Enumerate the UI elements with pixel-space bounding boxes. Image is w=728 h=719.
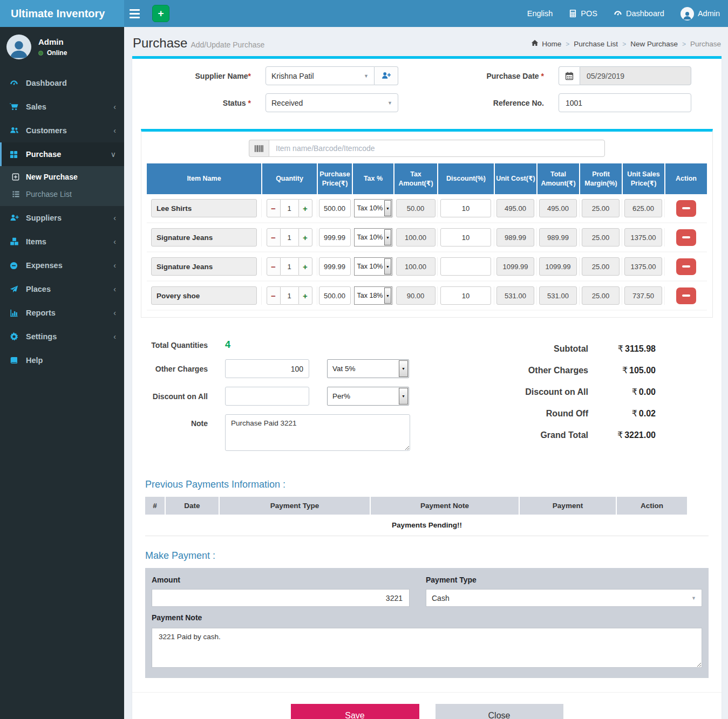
breadcrumb: Home > Purchase List > New Purchase > Pu… [531,39,721,51]
quick-add-button[interactable]: + [152,5,169,22]
sidebar-user-name: Admin [38,37,67,46]
sidebar-item-new-purchase[interactable]: New Purchase [0,168,124,186]
sidebar-item-dashboard[interactable]: Dashboard [0,71,124,95]
sidebar-item-help[interactable]: Help [0,348,124,372]
sidebar-user-status: Online [47,49,67,57]
sidebar-item-sales[interactable]: Sales ‹ [0,95,124,119]
sidebar-item-customers[interactable]: Customers ‹ [0,119,124,142]
other-charges-input[interactable] [225,359,309,378]
qty-increase-button[interactable]: + [298,257,312,276]
grand-total-value: ₹3221.00 [588,430,656,440]
nav-user-label: Admin [698,9,720,18]
tax-select[interactable]: Tax 10%▼ [354,228,392,246]
nav-pos[interactable]: POS [561,0,605,27]
discount-input[interactable] [440,199,491,217]
nav-language[interactable]: English [519,0,561,27]
quantity-stepper: −+ [267,199,312,217]
qty-input[interactable] [281,228,298,246]
discount-on-all-input[interactable] [225,387,309,406]
sidebar-item-label: Settings [26,332,113,341]
add-supplier-button[interactable] [375,66,398,85]
breadcrumb-home[interactable]: Home [531,39,561,49]
save-button[interactable]: Save [291,704,419,719]
payment-amount-input[interactable] [152,589,410,607]
unit-cost-value: 1099.99 [496,257,534,276]
sidebar-item-purchase-list[interactable]: Purchase List [0,186,124,203]
sidebar-item-label: Customers [26,126,113,135]
purchase-price-input[interactable] [319,228,351,246]
chevron-down-icon: ▼ [387,100,392,106]
minus-icon [682,295,690,297]
remove-item-button[interactable] [676,200,696,217]
qty-increase-button[interactable]: + [298,228,312,246]
remove-item-button[interactable] [676,287,696,304]
sidebar-item-items[interactable]: Items ‹ [0,230,124,254]
note-textarea[interactable]: Purchase Paid 3221 [225,414,410,451]
chevron-left-icon: ‹ [113,214,116,222]
payment-type-select[interactable]: Cash▼ [426,589,702,607]
tax-select[interactable]: Tax 18%▼ [354,286,392,305]
list-icon [12,190,26,198]
sidebar-item-expenses[interactable]: Expenses ‹ [0,254,124,277]
sidebar: Admin Online Dashboard Sales ‹ Customers… [0,27,124,719]
close-button[interactable]: Close [436,704,563,719]
users-icon [10,126,26,135]
other-charges-type-select[interactable]: Vat 5%▼ [327,359,409,378]
breadcrumb-purchase-list[interactable]: Purchase List [574,40,618,48]
sidebar-item-purchase[interactable]: Purchase ∨ [0,142,124,166]
breadcrumb-new-purchase[interactable]: New Purchase [630,40,678,48]
discount-input[interactable] [440,257,491,276]
calendar-icon[interactable] [559,66,580,85]
purchase-date-input[interactable] [580,66,691,85]
tax-amount-value: 100.00 [396,228,436,246]
qty-input[interactable] [281,257,298,276]
tax-amount-value: 100.00 [396,257,436,276]
supplier-select[interactable]: Krishna Patil▼ [266,66,375,85]
app-brand: Ultimate Inventory [0,0,124,27]
discount-input[interactable] [440,286,491,305]
item-search-input[interactable] [269,140,605,157]
round-off-label: Round Off [470,409,588,419]
qty-decrease-button[interactable]: − [267,257,281,276]
nav-dashboard[interactable]: Dashboard [605,0,672,27]
chevron-down-icon: ▼ [399,360,408,377]
sidebar-item-places[interactable]: Places ‹ [0,277,124,301]
discount-input[interactable] [440,228,491,246]
purchase-price-input[interactable] [319,257,351,276]
sidebar-item-label: Items [26,237,113,246]
sidebar-item-label: Places [26,285,113,293]
tax-amount-value: 90.00 [396,286,436,305]
sidebar-item-reports[interactable]: Reports ‹ [0,301,124,325]
chevron-down-icon: ▼ [384,229,391,245]
qty-decrease-button[interactable]: − [267,199,281,217]
tax-select[interactable]: Tax 10%▼ [354,199,392,217]
item-name-value: Signature Jeans [151,228,257,246]
total-amount-value: 495.00 [539,199,577,217]
purchase-price-input[interactable] [319,286,351,305]
menu-toggle-button[interactable] [130,0,146,27]
tax-select[interactable]: Tax 10%▼ [354,257,392,276]
page-subtitle: Add/Update Purchase [190,40,264,49]
amount-label: Amount [152,576,410,584]
nav-user-menu[interactable]: Admin [672,0,728,27]
qty-increase-button[interactable]: + [298,286,312,305]
reference-input[interactable] [559,93,691,112]
gears-icon [10,332,26,341]
qty-decrease-button[interactable]: − [267,286,281,305]
page-title: Purchase [133,36,187,50]
qty-input[interactable] [281,286,298,305]
qty-input[interactable] [281,199,298,217]
status-select[interactable]: Received▼ [266,93,398,112]
qty-decrease-button[interactable]: − [267,228,281,246]
remove-item-button[interactable] [676,258,696,275]
qty-increase-button[interactable]: + [298,199,312,217]
discount-type-select[interactable]: Per%▼ [327,387,409,406]
other-charges-total-label: Other Charges [470,366,588,375]
unit-sales-price-value: 1375.00 [624,228,662,246]
sidebar-item-settings[interactable]: Settings ‹ [0,325,124,348]
sidebar-item-suppliers[interactable]: Suppliers ‹ [0,206,124,230]
items-panel: Item Name Quantity Purchase Price(₹) Tax… [141,129,713,318]
remove-item-button[interactable] [676,229,696,246]
purchase-price-input[interactable] [319,199,351,217]
payment-note-textarea[interactable]: 3221 Paid by cash. [152,628,702,668]
